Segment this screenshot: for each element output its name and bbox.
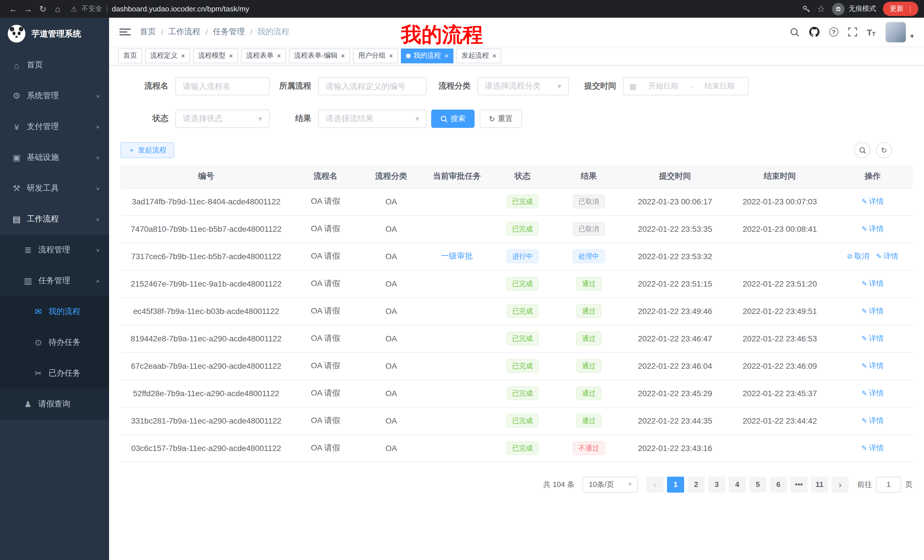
sidebar-item-任务管理[interactable]: ▥任务管理∧ <box>0 265 109 296</box>
detail-link[interactable]: ✎详情 <box>861 333 884 344</box>
sidebar-item-label: 系统管理 <box>27 91 59 101</box>
row-result: 通过 <box>555 380 623 407</box>
home-icon: ⌂ <box>11 60 22 70</box>
create-process-button[interactable]: ＋ 发起流程 <box>120 142 174 158</box>
row-submit-time: 2022-01-22 23:49:46 <box>623 297 727 325</box>
tab-首页[interactable]: 首页 <box>118 48 142 63</box>
column-header-结果: 结果 <box>555 165 623 188</box>
sidebar-item-待办任务[interactable]: ⊙待办任务 <box>0 327 109 358</box>
page-button-11[interactable]: 11 <box>811 476 828 493</box>
detail-link[interactable]: ✎详情 <box>861 279 884 289</box>
tab-流程表单-编辑[interactable]: 流程表单-编辑× <box>289 48 350 63</box>
sidebar-item-请假查询[interactable]: ♟请假查询 <box>0 389 109 419</box>
breadcrumb-item[interactable]: 首页 <box>140 27 156 37</box>
table-toolbar: ＋ 发起流程 ↻ <box>120 142 913 158</box>
back-icon[interactable]: ← <box>6 1 21 16</box>
font-size-icon[interactable]: TT <box>867 27 876 37</box>
search-icon[interactable] <box>790 27 800 37</box>
column-header-编号: 编号 <box>120 165 292 188</box>
close-icon[interactable]: × <box>229 52 233 59</box>
detail-link[interactable]: ✎详情 <box>861 196 884 207</box>
password-key-icon[interactable] <box>802 5 810 13</box>
process-name-input[interactable] <box>176 77 270 95</box>
category-select[interactable]: 请选择流程分类 ▼ <box>477 77 569 95</box>
close-icon[interactable]: × <box>341 52 345 59</box>
close-icon[interactable]: × <box>181 52 185 59</box>
address-bar[interactable]: ⚠ 不安全 dashboard.yudao.iocoder.cn/bpm/tas… <box>71 4 802 14</box>
detail-link[interactable]: ✎详情 <box>861 306 884 316</box>
status-label: 状态 <box>120 114 176 124</box>
detail-link[interactable]: ✎详情 <box>861 416 884 426</box>
detail-link[interactable]: ✎详情 <box>861 443 884 453</box>
collapse-menu-icon[interactable] <box>119 26 131 38</box>
sidebar-item-流程管理[interactable]: ≣流程管理∨ <box>0 235 109 265</box>
user-avatar[interactable] <box>885 21 906 42</box>
toggle-search-icon[interactable] <box>854 142 870 158</box>
tab-流程模型[interactable]: 流程模型× <box>193 48 238 63</box>
detail-link[interactable]: ✎详情 <box>861 388 884 398</box>
tab-流程表单[interactable]: 流程表单× <box>241 48 286 63</box>
page-button-6[interactable]: 6 <box>770 476 787 493</box>
page-button-2[interactable]: 2 <box>688 476 705 493</box>
search-button[interactable]: 搜索 <box>431 109 475 128</box>
process-key-input[interactable] <box>318 77 427 95</box>
close-icon[interactable]: × <box>444 52 448 59</box>
page-size-select[interactable]: 10条/页 ▼ <box>582 476 638 493</box>
help-icon[interactable]: ? <box>829 27 838 36</box>
sidebar-item-我的流程[interactable]: ✉我的流程 <box>0 296 109 327</box>
chevron-down-icon: ▼ <box>627 481 633 488</box>
tab-发起流程[interactable]: 发起流程× <box>456 48 501 63</box>
url-text[interactable]: dashboard.yudao.iocoder.cn/bpm/task/my <box>112 4 249 13</box>
task-link[interactable]: 一级审批 <box>441 251 473 260</box>
detail-link[interactable]: ✎详情 <box>861 224 884 234</box>
page-button-1[interactable]: 1 <box>667 476 684 493</box>
browser-menu-icon[interactable]: ⋮ <box>907 5 914 13</box>
close-icon[interactable]: × <box>492 52 496 59</box>
page-button-3[interactable]: 3 <box>708 476 725 493</box>
tab-我的流程[interactable]: 我的流程× <box>401 48 453 63</box>
more-pages-button[interactable]: ••• <box>790 476 807 493</box>
sidebar-item-研发工具[interactable]: ⚒研发工具∨ <box>0 173 109 204</box>
sidebar-item-支付管理[interactable]: ¥支付管理∨ <box>0 111 109 142</box>
tab-流程定义[interactable]: 流程定义× <box>145 48 190 63</box>
update-button[interactable]: 更新 ⋮ <box>883 2 918 16</box>
result-select[interactable]: 请选择流结果 ▼ <box>318 109 427 128</box>
forward-icon[interactable]: → <box>21 1 35 16</box>
detail-link[interactable]: ✎详情 <box>861 361 884 371</box>
refresh-table-icon[interactable]: ↻ <box>876 142 892 158</box>
github-icon[interactable] <box>809 27 819 37</box>
browser-home-icon[interactable]: ⌂ <box>50 1 65 16</box>
reload-icon[interactable]: ↻ <box>35 1 50 16</box>
sidebar-menu: ⌂首页⚙系统管理∨¥支付管理∨▣基础设施∨⚒研发工具∨▤工作流程∧≣流程管理∨▥… <box>0 49 109 419</box>
bookmark-star-icon[interactable]: ☆ <box>817 3 825 14</box>
status-select[interactable]: 请选择状态 ▼ <box>176 109 270 128</box>
cancel-link[interactable]: ⊘取消 <box>847 251 869 262</box>
chevron-up-icon: ∧ <box>96 217 100 222</box>
close-icon[interactable]: × <box>389 52 393 59</box>
sidebar-item-已办任务[interactable]: ✂已办任务 <box>0 358 109 389</box>
goto-page-input[interactable] <box>876 476 901 493</box>
sidebar-item-基础设施[interactable]: ▣基础设施∨ <box>0 142 109 173</box>
sidebar-item-系统管理[interactable]: ⚙系统管理∨ <box>0 81 109 111</box>
reset-button-label: 重置 <box>498 114 513 124</box>
reset-button[interactable]: ↻ 重置 <box>480 109 522 128</box>
sidebar-item-工作流程[interactable]: ▤工作流程∧ <box>0 204 109 235</box>
page-button-5[interactable]: 5 <box>749 476 766 493</box>
column-header-当前审批任务: 当前审批任务 <box>423 165 490 188</box>
fullscreen-icon[interactable] <box>848 27 857 36</box>
detail-link[interactable]: ✎详情 <box>876 251 898 262</box>
user-menu[interactable]: ▼ <box>885 21 915 42</box>
close-icon[interactable]: × <box>277 52 281 59</box>
tab-用户分组[interactable]: 用户分组× <box>353 48 398 63</box>
date-range-picker[interactable]: ▦ 开始日期 - 结束日期 <box>623 77 748 95</box>
breadcrumb-item[interactable]: 任务管理 <box>213 27 245 37</box>
plus-icon: ＋ <box>128 145 135 155</box>
prev-page-button[interactable]: ‹ <box>646 476 664 493</box>
row-submit-time: 2022-01-23 00:06:17 <box>623 188 727 215</box>
page-button-4[interactable]: 4 <box>729 476 746 493</box>
breadcrumb-item[interactable]: 工作流程 <box>168 27 201 37</box>
sidebar-item-首页[interactable]: ⌂首页 <box>0 49 109 81</box>
row-category: OA <box>359 352 423 380</box>
app-logo[interactable]: 芋道管理系统 <box>0 18 109 49</box>
next-page-button[interactable]: › <box>831 476 849 493</box>
